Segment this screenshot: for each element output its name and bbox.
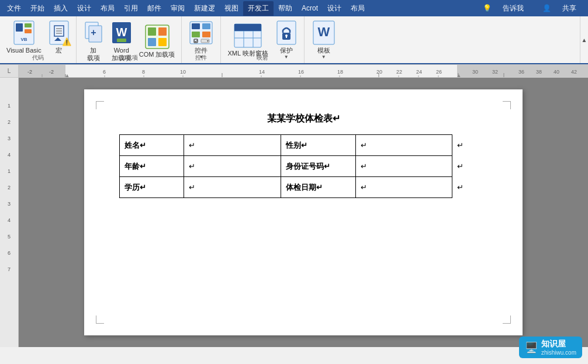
menu-item-help[interactable]: 帮助 — [274, 1, 297, 16]
menu-item-dev[interactable]: 开发工 — [243, 1, 274, 16]
menu-item-review[interactable]: 审阅 — [166, 1, 189, 16]
ruler-tick-2b: 2 — [0, 179, 18, 196]
svg-rect-3 — [25, 29, 32, 33]
cell-value-age[interactable]: ↵ — [184, 156, 281, 177]
svg-rect-25 — [192, 32, 200, 37]
svg-text:W: W — [317, 25, 330, 39]
ruler-tick-7b: 7 — [0, 261, 18, 278]
corner-mark-br — [503, 316, 511, 324]
watermark-badge: 🖥️ 知识屋 zhishiwu.com — [519, 337, 582, 358]
svg-text:18: 18 — [337, 69, 343, 75]
visual-basic-icon: VB — [13, 20, 35, 46]
svg-rect-1 — [16, 23, 23, 32]
menu-item-newbuild[interactable]: 新建逻 — [189, 1, 220, 16]
code-group-items: VB Visual Basic ⚠️ 宏 — [4, 19, 72, 56]
cell-value-name[interactable]: ↵ — [184, 135, 281, 156]
templates-group-items: W 模板 ▼ — [308, 19, 340, 61]
ruler-tick-4b: 4 — [0, 212, 18, 228]
ribbon-group-addins: + 加载项 W Word加载项 — [77, 16, 182, 63]
corner-mark-tl — [96, 101, 104, 109]
menu-item-layout[interactable]: 布局 — [96, 1, 119, 16]
cell-extra-1: ↵ — [452, 135, 487, 156]
vertical-ruler: 1 2 3 4 1 2 3 4 5 6 7 — [0, 78, 19, 347]
xml-map-button[interactable]: XML 映射窗格 — [224, 22, 271, 58]
cell-label-name: 姓名↵ — [120, 135, 184, 156]
table-row: 年龄↵ ↵ 身份证号码↵ ↵ ↵ — [120, 156, 487, 177]
svg-rect-43 — [286, 36, 287, 38]
menu-item-ref[interactable]: 引用 — [119, 1, 143, 16]
menu-item-insert[interactable]: 插入 — [49, 1, 72, 16]
document-page: 某某学校体检表↵ 姓名↵ ↵ 性别↵ ↵ ↵ 年龄↵ ↵ 身份证号码↵ ↵ — [84, 89, 523, 335]
svg-text:-2: -2 — [27, 69, 32, 75]
word-addin-icon: W — [111, 20, 132, 46]
health-table: 姓名↵ ↵ 性别↵ ↵ ↵ 年龄↵ ↵ 身份证号码↵ ↵ ↵ 学历↵ ↵ — [119, 134, 487, 198]
svg-text:42: 42 — [571, 69, 577, 75]
cell-label-idcard: 身份证号码↵ — [281, 156, 355, 177]
svg-text:8: 8 — [142, 69, 145, 75]
ruler-corner-label: L — [8, 68, 11, 74]
add-addin-icon: + — [83, 20, 104, 46]
menu-item-file[interactable]: 文件 — [2, 1, 26, 16]
cell-extra-2: ↵ — [452, 156, 487, 177]
main-area: 1 2 3 4 1 2 3 4 5 6 7 某某学校体检表↵ 姓名↵ ↵ — [0, 78, 588, 347]
template-label: 模板 — [317, 47, 330, 54]
ribbon-body: VB Visual Basic ⚠️ 宏 — [0, 16, 588, 64]
svg-text:30: 30 — [472, 69, 478, 75]
svg-text:W: W — [116, 26, 127, 39]
cell-value-gender[interactable]: ↵ — [355, 135, 452, 156]
table-row: 姓名↵ ↵ 性别↵ ↵ ↵ — [120, 135, 487, 156]
corner-mark-tr — [503, 101, 511, 109]
menu-item-mail[interactable]: 邮件 — [143, 1, 166, 16]
menu-item-start[interactable]: 开始 — [26, 1, 49, 16]
visual-basic-button[interactable]: VB Visual Basic — [4, 19, 44, 56]
ruler-tick-5b: 5 — [0, 228, 18, 245]
collapse-icon: ▲ — [582, 37, 587, 43]
ruler-svg: -2 -2 6 8 10 14 16 18 20 22 — [19, 65, 588, 77]
template-icon: W — [311, 20, 337, 46]
cell-value-edu[interactable]: ↵ — [184, 177, 281, 198]
menu-item-design2[interactable]: 设计 — [323, 1, 346, 16]
svg-text:40: 40 — [554, 69, 559, 75]
addins-group-label: 加载项 — [77, 54, 182, 62]
svg-rect-38 — [244, 24, 253, 31]
corner-mark-bl — [96, 316, 104, 324]
ribbon-group-code: VB Visual Basic ⚠️ 宏 — [0, 16, 77, 63]
menu-item-tellme[interactable]: 💡 告诉我 — [473, 0, 533, 18]
cell-value-date[interactable]: ↵ — [355, 177, 452, 198]
template-button[interactable]: W 模板 ▼ — [308, 19, 340, 61]
macro-warning-icon: ⚠️ — [62, 37, 71, 46]
svg-text:24: 24 — [416, 69, 422, 75]
menu-item-acrot[interactable]: Acrot — [297, 2, 323, 15]
svg-rect-23 — [192, 23, 200, 29]
document-area[interactable]: 某某学校体检表↵ 姓名↵ ↵ 性别↵ ↵ ↵ 年龄↵ ↵ 身份证号码↵ ↵ — [19, 78, 588, 347]
svg-rect-21 — [158, 38, 167, 46]
horizontal-ruler: -2 -2 6 8 10 14 16 18 20 22 — [19, 65, 588, 77]
ruler-tick-3b: 3 — [0, 196, 18, 212]
svg-text:26: 26 — [436, 69, 442, 75]
cell-extra-3: ↵ — [452, 177, 487, 198]
ruler-corner[interactable]: L — [0, 65, 19, 77]
watermark-text-block: 知识屋 zhishiwu.com — [541, 339, 576, 356]
svg-rect-39 — [253, 24, 261, 31]
menu-item-layout2[interactable]: 布局 — [346, 1, 369, 16]
controls-group-label: 控件 — [182, 54, 220, 62]
menu-item-design[interactable]: 设计 — [72, 1, 96, 16]
svg-text:36: 36 — [518, 69, 524, 75]
ruler-tick-1: 1 — [0, 98, 18, 114]
cell-value-idcard[interactable]: ↵ — [355, 156, 452, 177]
watermark-icon: 🖥️ — [525, 341, 538, 354]
macro-button[interactable]: ⚠️ 宏 — [46, 19, 72, 56]
svg-text:+: + — [91, 27, 96, 37]
cell-label-age: 年龄↵ — [120, 156, 184, 177]
menu-item-view[interactable]: 视图 — [220, 1, 243, 16]
table-row: 学历↵ ↵ 体检日期↵ ↵ ↵ — [120, 177, 487, 198]
svg-text:VB: VB — [20, 37, 27, 42]
menu-bar: 文件 开始 插入 设计 布局 引用 邮件 审阅 新建逻 视图 开发工 帮助 Ac… — [0, 0, 588, 16]
ribbon-collapse-button[interactable]: ▲ — [580, 16, 588, 63]
watermark-sub-text: zhishiwu.com — [541, 349, 576, 356]
xml-map-icon — [233, 23, 262, 48]
ruler-container: L -2 -2 6 8 10 14 — [0, 65, 588, 78]
menu-item-share[interactable]: 👤 共享 — [533, 0, 586, 18]
cell-label-edu: 学历↵ — [120, 177, 184, 198]
svg-text:16: 16 — [298, 69, 304, 75]
